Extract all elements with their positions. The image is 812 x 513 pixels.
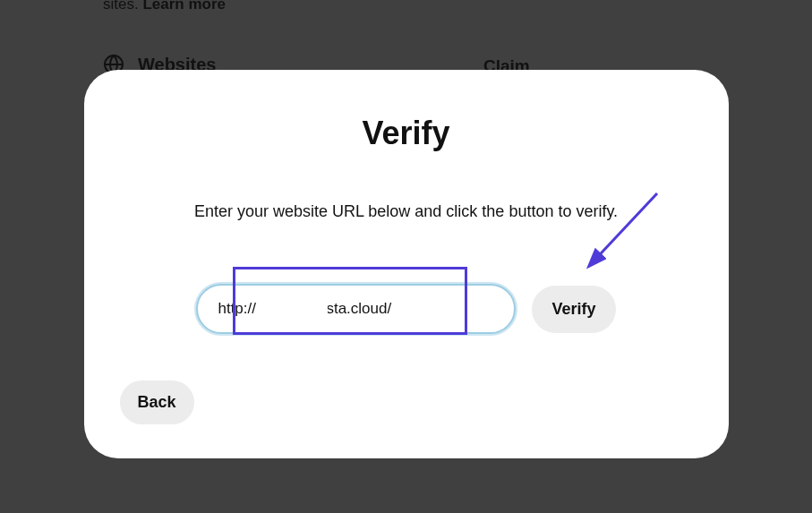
modal-title: Verify [120,115,693,152]
website-url-input[interactable] [196,284,516,334]
verify-button[interactable]: Verify [532,286,615,333]
url-input-wrapper [196,284,516,334]
arrow-annotation [563,186,666,276]
input-row: Verify [120,284,693,334]
verify-modal: Verify Enter your website URL below and … [84,70,729,458]
modal-instruction: Enter your website URL below and click t… [120,202,693,221]
modal-overlay: Verify Enter your website URL below and … [0,0,812,513]
back-button[interactable]: Back [120,380,194,424]
